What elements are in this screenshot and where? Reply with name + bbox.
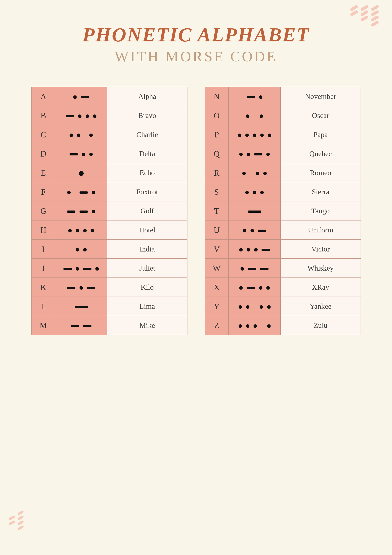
- dot: [259, 286, 262, 290]
- dot: [78, 115, 81, 118]
- dot: [246, 305, 249, 309]
- cell-letter: T: [205, 201, 229, 220]
- cell-letter: S: [205, 182, 229, 201]
- page-title: PHONETIC ALPHABET: [82, 24, 310, 46]
- dot: [67, 191, 71, 194]
- table-row: U Uniform: [205, 220, 361, 240]
- cell-letter: W: [205, 259, 229, 278]
- table-row: R Romeo: [205, 163, 361, 182]
- cell-morse: [229, 125, 281, 144]
- cell-morse: [55, 278, 107, 297]
- dot: [267, 324, 271, 328]
- dot: [76, 267, 79, 270]
- cell-word: Zulu: [280, 316, 361, 335]
- dot: [247, 248, 250, 251]
- table-row: O Oscar: [205, 106, 361, 125]
- table-row: W Whiskey: [205, 259, 361, 278]
- dot: [266, 153, 270, 156]
- cell-morse: [55, 316, 107, 335]
- dot: [254, 324, 257, 328]
- dash: [87, 287, 95, 289]
- dot: [80, 286, 83, 290]
- dash: [75, 306, 88, 308]
- cell-word: Quebec: [280, 144, 361, 163]
- cell-morse: [55, 201, 107, 220]
- cell-letter: R: [205, 163, 229, 182]
- table-row: A Alpha: [31, 87, 187, 106]
- dash: [64, 268, 72, 270]
- cell-morse: [55, 240, 107, 259]
- dot: [86, 115, 89, 118]
- dash: [67, 211, 75, 213]
- deco-dash: [350, 10, 358, 16]
- dash: [83, 325, 91, 327]
- deco-dash-sm: [8, 515, 15, 520]
- cell-word: Bravo: [107, 106, 188, 125]
- dot: [73, 95, 77, 99]
- cell-letter: M: [31, 316, 55, 335]
- dash: [260, 268, 269, 270]
- cell-word: XRay: [280, 278, 361, 297]
- cell-letter: I: [31, 240, 55, 259]
- dot: [89, 153, 93, 156]
- cell-word: Delta: [107, 144, 188, 163]
- cell-morse: [55, 297, 107, 316]
- cell-word: Papa: [280, 125, 361, 144]
- cell-letter: J: [31, 259, 55, 278]
- cell-word: Romeo: [280, 163, 361, 182]
- dot: [79, 171, 84, 176]
- dash: [81, 96, 89, 98]
- cell-morse: [229, 316, 281, 335]
- table-row: D Delta: [31, 144, 187, 163]
- cell-letter: B: [31, 106, 55, 125]
- dot: [268, 133, 271, 137]
- dot: [82, 153, 85, 156]
- cell-word: November: [280, 87, 361, 106]
- cell-word: Foxtrot: [107, 182, 188, 201]
- dot: [260, 133, 264, 137]
- cell-morse: [229, 297, 281, 316]
- cell-letter: V: [205, 240, 229, 259]
- dot: [95, 267, 99, 270]
- dash: [247, 96, 255, 98]
- decoration-top-right: [350, 7, 379, 25]
- cell-morse: [229, 163, 281, 182]
- table-row: V Victor: [205, 240, 361, 259]
- cell-morse: [55, 87, 107, 106]
- cell-word: Mike: [107, 316, 188, 335]
- cell-word: Uniform: [280, 220, 361, 240]
- dash: [67, 287, 75, 289]
- table-row: S Sierra: [205, 182, 361, 201]
- dash: [83, 268, 91, 270]
- table-row: T Tango: [205, 201, 361, 220]
- table-row: E Echo: [31, 163, 187, 182]
- decoration-bottom-left: [9, 512, 24, 529]
- cell-letter: P: [205, 125, 229, 144]
- dash: [254, 153, 262, 155]
- cell-morse: [229, 144, 281, 163]
- cell-letter: N: [205, 87, 229, 106]
- dot: [92, 191, 95, 194]
- dot: [239, 286, 243, 290]
- cell-letter: C: [31, 125, 55, 144]
- cell-letter: F: [31, 182, 55, 201]
- dot: [243, 229, 246, 232]
- page: PHONETIC ALPHABET WITH MORSE CODE A Alph…: [0, 0, 392, 555]
- deco-dash-sm: [17, 510, 24, 516]
- dash: [248, 211, 261, 213]
- table-row: C Charlie: [31, 125, 187, 144]
- table-row: K Kilo: [31, 278, 187, 297]
- cell-letter: G: [31, 201, 55, 220]
- dot: [254, 248, 258, 251]
- cell-word: Sierra: [280, 182, 361, 201]
- deco-dash-sm: [17, 525, 24, 531]
- page-subtitle: WITH MORSE CODE: [82, 48, 310, 65]
- table-row: Z Zulu: [205, 316, 361, 335]
- dash: [247, 287, 255, 289]
- cell-morse: [229, 182, 281, 201]
- dot: [260, 191, 264, 194]
- dot: [83, 229, 87, 232]
- dash: [66, 115, 74, 117]
- right-table: N November O Oscar: [205, 87, 361, 335]
- dot: [260, 305, 263, 309]
